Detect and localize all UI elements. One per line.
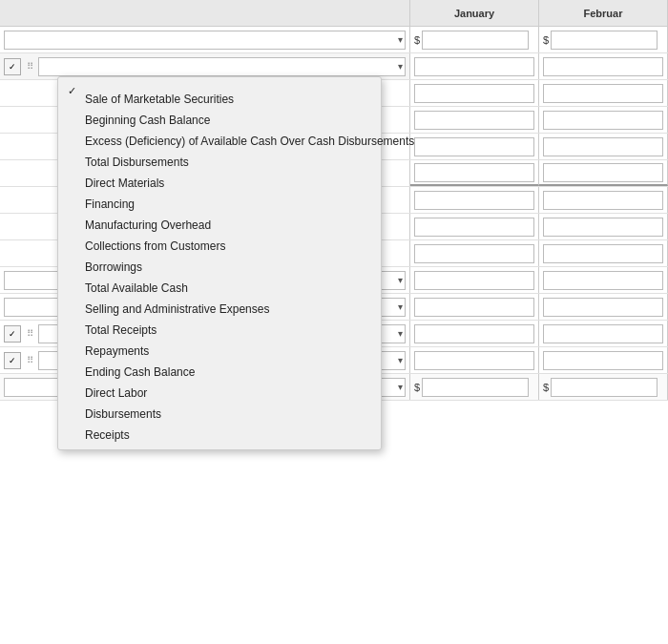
dropdown-item-empty[interactable] [58, 81, 381, 89]
row-col-jan [410, 187, 539, 213]
feb-input[interactable] [543, 111, 663, 130]
grid-body: $ $ ✓ ⠿ [0, 27, 668, 401]
row-col-jan [410, 321, 539, 346]
dropdown-item-total-receipts[interactable]: Total Receipts [58, 320, 381, 341]
dropdown-item-excess-deficiency[interactable]: Excess (Deficiency) of Available Cash Ov… [58, 131, 381, 152]
row-col-feb [539, 107, 668, 133]
feb-input[interactable] [543, 191, 663, 210]
dropdown-item-repayments[interactable]: Repayments [58, 341, 381, 362]
header-february: Februar [539, 0, 668, 26]
row-col-feb [539, 160, 668, 186]
row-col-feb [539, 53, 668, 79]
dropdown-item-borrowings[interactable]: Borrowings [58, 257, 381, 278]
row-col-jan [410, 214, 539, 239]
drag-handle-icon[interactable]: ⠿ [23, 61, 36, 72]
row-col-jan [410, 347, 539, 373]
table-row: $ $ [0, 27, 668, 53]
spreadsheet: January Februar $ $ ✓ [0, 0, 668, 644]
dropdown-item-manufacturing-overhead[interactable]: Manufacturing Overhead [58, 215, 381, 236]
row-col-feb [539, 321, 668, 346]
header-row: January Februar [0, 0, 668, 27]
dropdown-item-direct-materials[interactable]: Direct Materials [58, 173, 381, 194]
dollar-sign: $ [543, 382, 549, 393]
row-col-feb [539, 214, 668, 239]
feb-input[interactable] [543, 163, 663, 182]
jan-input[interactable] [414, 111, 534, 130]
feb-input[interactable] [543, 324, 663, 343]
feb-input[interactable] [543, 244, 663, 263]
row-col-feb [539, 267, 668, 293]
dropdown-item-ending-cash[interactable]: Ending Cash Balance [58, 362, 381, 383]
row-col-jan [410, 107, 539, 133]
row-col-feb [539, 347, 668, 373]
jan-input[interactable] [414, 218, 534, 237]
dropdown-item-sale-marketable[interactable]: Sale of Marketable Securities [58, 89, 381, 110]
row-select-active[interactable] [38, 57, 406, 76]
row-col-jan [410, 134, 539, 159]
row-label-cell-active: ✓ ⠿ [0, 53, 410, 79]
jan-input[interactable] [414, 298, 534, 317]
dollar-sign: $ [543, 34, 549, 46]
feb-input[interactable] [543, 137, 663, 156]
row-toggle[interactable]: ✓ [4, 352, 21, 369]
feb-input[interactable] [543, 84, 663, 103]
row-col-feb: $ [539, 374, 668, 400]
jan-input[interactable] [414, 137, 534, 156]
jan-input[interactable] [414, 163, 534, 182]
dropdown-item-receipts[interactable]: Receipts [58, 425, 381, 446]
row-col-jan [410, 80, 539, 106]
row-col-jan: $ [410, 374, 539, 400]
header-january: January [410, 0, 539, 26]
feb-input[interactable] [551, 378, 658, 397]
row-label-cell [0, 27, 410, 52]
row-col-feb: $ [539, 27, 668, 52]
dropdown-item-disbursements[interactable]: Disbursements [58, 404, 381, 425]
row-col-feb [539, 80, 668, 106]
jan-input[interactable] [414, 191, 534, 210]
dropdown-item-selling-admin[interactable]: Selling and Administrative Expenses [58, 299, 381, 320]
jan-input[interactable] [414, 324, 534, 343]
dollar-sign: $ [414, 382, 420, 393]
row-col-jan: $ [410, 27, 539, 52]
row-col-jan [410, 53, 539, 79]
jan-input[interactable] [414, 271, 534, 290]
dropdown-item-financing[interactable]: Financing [58, 194, 381, 215]
feb-input[interactable] [543, 218, 663, 237]
row-col-feb [539, 134, 668, 159]
header-left-spacer [0, 0, 410, 26]
jan-input[interactable] [414, 84, 534, 103]
feb-input[interactable] [543, 271, 663, 290]
feb-input[interactable] [551, 31, 658, 50]
jan-input[interactable] [414, 244, 534, 263]
row-toggle[interactable]: ✓ [4, 325, 21, 343]
row-col-feb [539, 240, 668, 266]
jan-input[interactable] [414, 57, 534, 76]
dropdown-item-beginning-cash[interactable]: Beginning Cash Balance [58, 110, 381, 131]
dropdown-item-direct-labor[interactable]: Direct Labor [58, 383, 381, 404]
feb-input[interactable] [543, 351, 663, 370]
jan-input[interactable] [422, 378, 529, 397]
jan-input[interactable] [414, 351, 534, 370]
jan-input[interactable] [422, 31, 529, 50]
select-wrapper [38, 57, 406, 76]
drag-handle-icon[interactable]: ⠿ [23, 328, 36, 339]
dollar-sign: $ [414, 34, 420, 46]
dropdown-menu: Sale of Marketable Securities Beginning … [57, 76, 382, 450]
row-col-jan [410, 240, 539, 266]
select-wrapper [4, 31, 406, 50]
row-col-jan [410, 160, 539, 186]
row-select[interactable] [4, 31, 406, 50]
row-toggle[interactable]: ✓ [4, 58, 21, 75]
row-col-feb [539, 187, 668, 213]
dropdown-item-total-disbursements[interactable]: Total Disbursements [58, 152, 381, 173]
dropdown-item-collections-customers[interactable]: Collections from Customers [58, 236, 381, 257]
row-col-feb [539, 294, 668, 320]
feb-input[interactable] [543, 57, 663, 76]
feb-input[interactable] [543, 298, 663, 317]
row-col-jan [410, 267, 539, 293]
dropdown-item-total-available-cash[interactable]: Total Available Cash [58, 278, 381, 299]
drag-handle-icon[interactable]: ⠿ [23, 355, 36, 365]
row-col-jan [410, 294, 539, 320]
